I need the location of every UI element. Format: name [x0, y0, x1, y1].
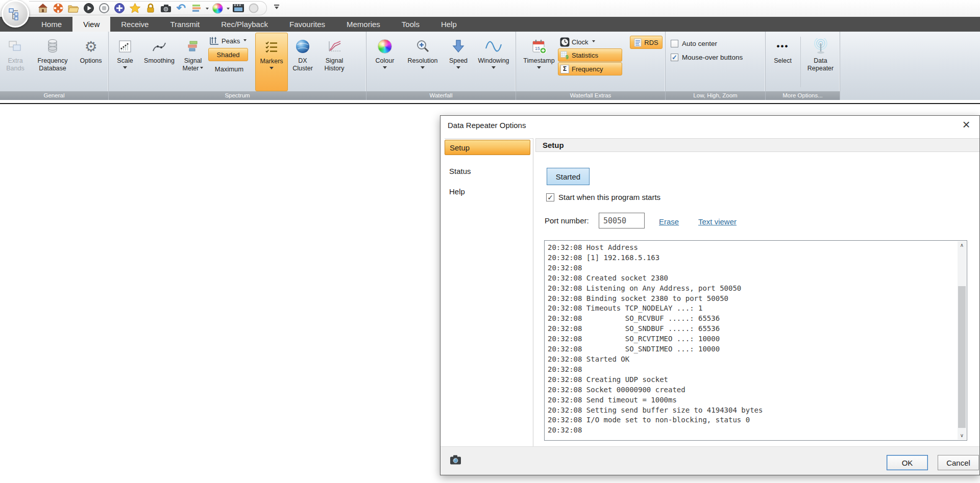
- help-lifebuoy-icon[interactable]: [52, 2, 64, 14]
- frequency-toggle[interactable]: Σ Frequency: [558, 62, 622, 75]
- mouse-over-buttons-checkbox-row[interactable]: ✓ Mouse-over buttons: [671, 52, 765, 63]
- lock-icon[interactable]: [144, 2, 157, 14]
- ribbon: Extra Bands Frequency Database ⚙ Options…: [0, 32, 980, 100]
- panel-title: Setup: [543, 139, 564, 151]
- chevron-down-icon: [270, 67, 274, 71]
- options-button[interactable]: ⚙ Options: [76, 33, 106, 91]
- scrollbar-thumb[interactable]: [958, 286, 966, 428]
- scroll-down-icon[interactable]: ∨: [958, 431, 966, 440]
- shaded-toggle[interactable]: Shaded: [208, 48, 248, 61]
- colour-scheme-icon[interactable]: [211, 2, 224, 14]
- statistics-toggle[interactable]: 9 Statistics: [558, 48, 622, 62]
- display-levels-icon[interactable]: [190, 2, 203, 14]
- rds-doc-icon: [634, 38, 642, 47]
- checkbox-checked[interactable]: ✓: [671, 54, 678, 61]
- video-icon[interactable]: [232, 2, 245, 14]
- ribbon-tab-bar: Home View Receive Transmit Rec/Playback …: [0, 17, 980, 32]
- windowing-button[interactable]: Windowing: [473, 33, 514, 91]
- chevron-down-icon[interactable]: [206, 8, 209, 11]
- ribbon-group-waterfall-extras: 15 Timestamp Clock 9 Statistics Σ Freque…: [516, 32, 666, 100]
- port-number-input[interactable]: [599, 213, 645, 228]
- nav-item-help[interactable]: Help: [445, 186, 530, 198]
- chevron-down-icon: [200, 67, 203, 70]
- tab-favourites[interactable]: Favourites: [279, 17, 336, 32]
- tab-help[interactable]: Help: [430, 17, 468, 32]
- signal-history-button[interactable]: Signal History: [317, 33, 351, 91]
- rds-toggle[interactable]: RDS: [630, 36, 663, 49]
- speed-button[interactable]: Speed: [444, 33, 473, 91]
- group-label-waterfall-extras: Waterfall Extras: [516, 91, 665, 100]
- clock-button[interactable]: Clock: [558, 36, 626, 48]
- cancel-button[interactable]: Cancel: [938, 455, 979, 470]
- favourite-star-icon[interactable]: [129, 2, 141, 14]
- started-toggle-button[interactable]: Started: [547, 168, 590, 185]
- app-logo-icon: [7, 6, 23, 22]
- dx-cluster-button[interactable]: DX Cluster: [288, 33, 317, 91]
- peaks-stack: Peaks Shaded Maximum: [207, 35, 255, 91]
- rds-stack: RDS: [630, 36, 663, 91]
- sigma-icon: Σ: [560, 65, 569, 73]
- ribbon-empty-space: [840, 32, 980, 100]
- app-menu-button[interactable]: [2, 0, 29, 28]
- antenna-icon: [812, 36, 830, 57]
- open-folder-icon[interactable]: [67, 2, 80, 14]
- chevron-down-icon[interactable]: [227, 8, 230, 11]
- tab-view[interactable]: View: [72, 17, 110, 32]
- peaks-button[interactable]: Peaks: [207, 35, 255, 47]
- tab-home[interactable]: Home: [31, 17, 72, 32]
- chevron-down-icon: [123, 66, 127, 71]
- quick-access-toolbar: ↶: [29, 1, 267, 15]
- markers-button[interactable]: Markers: [255, 33, 288, 91]
- smoothing-curve-icon: [152, 36, 167, 57]
- ok-button[interactable]: OK: [887, 455, 928, 470]
- inactive-icon: [248, 2, 260, 14]
- timestamp-button[interactable]: 15 Timestamp: [520, 33, 558, 91]
- text-viewer-link[interactable]: Text viewer: [698, 217, 737, 226]
- tab-transmit[interactable]: Transmit: [159, 17, 210, 32]
- dialog-footer: OK Cancel: [440, 446, 979, 475]
- autostart-label: Start when this program starts: [558, 193, 660, 201]
- autostart-checkbox[interactable]: ✓: [546, 193, 554, 201]
- tab-tools[interactable]: Tools: [391, 17, 430, 32]
- calendar-icon: 15: [531, 36, 547, 57]
- add-icon[interactable]: [113, 2, 126, 14]
- record-icon[interactable]: [98, 2, 111, 14]
- snapshot-camera-icon[interactable]: [450, 455, 461, 465]
- customize-toolbar-icon[interactable]: [274, 5, 279, 11]
- close-icon[interactable]: ×: [959, 117, 973, 132]
- port-number-label: Port number:: [545, 216, 589, 225]
- scroll-up-icon[interactable]: ∧: [958, 241, 966, 249]
- resolution-button[interactable]: Resolution: [402, 33, 444, 91]
- signal-meter-button[interactable]: Signal Meter: [179, 33, 207, 91]
- nav-item-status[interactable]: Status: [445, 165, 530, 177]
- signal-history-icon: [327, 36, 341, 57]
- database-icon: [46, 36, 59, 57]
- dialog-nav: Setup Status Help: [445, 138, 533, 447]
- panel-header: Setup: [535, 138, 979, 152]
- frequency-database-button[interactable]: Frequency Database: [29, 33, 76, 91]
- tab-receive[interactable]: Receive: [110, 17, 159, 32]
- tab-memories[interactable]: Memories: [336, 17, 391, 32]
- smoothing-button[interactable]: Smoothing: [140, 33, 179, 91]
- screenshot-camera-icon[interactable]: [159, 2, 172, 14]
- log-output-box: 20:32:08 Host Address 20:32:08 [1] 192.1…: [544, 240, 967, 441]
- home-icon[interactable]: [36, 2, 49, 14]
- extra-bands-icon: [8, 36, 22, 57]
- chevron-down-icon: [243, 39, 247, 43]
- undo-icon[interactable]: ↶: [175, 2, 187, 14]
- play-icon[interactable]: [82, 2, 95, 14]
- svg-text:9: 9: [566, 55, 569, 60]
- scale-button[interactable]: Scale: [110, 33, 140, 91]
- auto-center-checkbox-row[interactable]: Auto center: [671, 38, 765, 49]
- log-scrollbar[interactable]: ∧ ∨: [958, 241, 966, 440]
- checkbox-unchecked[interactable]: [671, 40, 678, 47]
- colour-button[interactable]: Colour: [368, 33, 402, 91]
- nav-item-setup[interactable]: Setup: [445, 140, 530, 155]
- ribbon-group-spectrum: Scale Smoothing Signal Meter Peaks: [109, 32, 366, 100]
- data-repeater-button[interactable]: Data Repeater: [803, 33, 838, 91]
- maximum-button[interactable]: Maximum: [207, 62, 251, 75]
- erase-link[interactable]: Erase: [659, 217, 679, 226]
- ribbon-group-general: Extra Bands Frequency Database ⚙ Options…: [0, 32, 109, 100]
- select-button[interactable]: ••• Select: [767, 33, 798, 91]
- tab-rec-playback[interactable]: Rec/Playback: [210, 17, 279, 32]
